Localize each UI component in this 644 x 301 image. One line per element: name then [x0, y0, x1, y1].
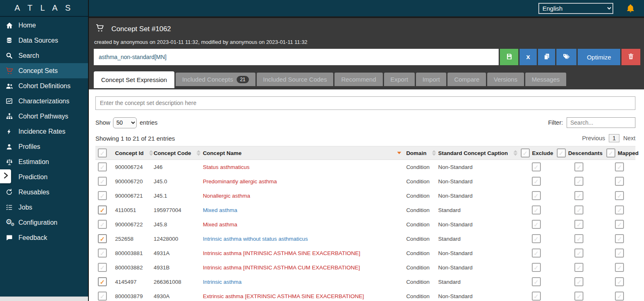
sidebar-item-feedback[interactable]: Feedback	[0, 230, 88, 245]
descendants-checkbox[interactable]: ✓	[574, 292, 583, 301]
mapped-checkbox[interactable]: ✓	[615, 292, 624, 301]
tab-versions[interactable]: Versions	[487, 73, 524, 86]
language-select[interactable]: English	[538, 3, 613, 14]
delete-button[interactable]	[621, 49, 640, 65]
row-select-checkbox[interactable]: ✓	[98, 277, 107, 286]
concept-name-link[interactable]: Intrinsic asthma without status asthmati…	[203, 236, 308, 242]
exclude-checkbox[interactable]: ✓	[532, 205, 541, 214]
sidebar-item-configuration[interactable]: ⚙⚙ Configuration	[0, 215, 88, 230]
concept-name-link[interactable]: Intrinsic asthma [INTRINSIC ASTHMA SINE …	[203, 250, 360, 256]
sidebar-item-data-sources[interactable]: Data Sources	[0, 33, 88, 48]
exclude-checkbox[interactable]: ✓	[532, 191, 541, 200]
sidebar-item-home[interactable]: Home	[0, 18, 88, 33]
sidebar-item-incidence-rates[interactable]: Incidence Rates	[0, 124, 88, 139]
mapped-checkbox[interactable]: ✓	[615, 277, 624, 286]
descendants-checkbox[interactable]: ✓	[574, 263, 583, 272]
descendants-checkbox[interactable]: ✓	[574, 249, 583, 258]
exclude-checkbox[interactable]: ✓	[532, 263, 541, 272]
mapped-checkbox[interactable]: ✓	[615, 220, 624, 229]
previous-page-button[interactable]: Previous	[582, 135, 605, 141]
tags-button[interactable]	[556, 49, 576, 65]
copy-button[interactable]	[538, 49, 555, 65]
descendants-checkbox[interactable]: ✓	[574, 220, 583, 229]
concept-name-link[interactable]: Status asthmaticus	[203, 164, 249, 170]
row-select-checkbox[interactable]: ✓	[98, 191, 107, 200]
exclude-all-checkbox[interactable]: ✓	[521, 148, 530, 157]
sidebar-item-profiles[interactable]: Profiles	[0, 139, 88, 154]
concept-name-link[interactable]: Nonallergic asthma	[203, 193, 250, 199]
description-input[interactable]	[95, 96, 635, 110]
save-button[interactable]	[500, 49, 518, 65]
optimize-button[interactable]: Optimize	[578, 49, 620, 65]
sidebar-bottom-scroll-strip[interactable]	[0, 296, 88, 301]
sidebar-item-prediction[interactable]: Prediction	[0, 169, 88, 185]
column-header-mapped[interactable]: ✓ Mapped	[604, 146, 635, 160]
sidebar-item-characterizations[interactable]: Characterizations	[0, 93, 88, 109]
sidebar-expand-handle[interactable]	[0, 169, 11, 183]
select-all-checkbox[interactable]: ✓	[98, 148, 107, 157]
next-page-button[interactable]: Next	[623, 135, 635, 141]
tab-export[interactable]: Export	[384, 73, 415, 86]
descendants-checkbox[interactable]: ✓	[574, 177, 583, 186]
mapped-checkbox[interactable]: ✓	[615, 234, 624, 243]
mapped-checkbox[interactable]: ✓	[615, 162, 624, 171]
mapped-checkbox[interactable]: ✓	[615, 263, 624, 272]
descendants-checkbox[interactable]: ✓	[574, 162, 583, 171]
column-header-concept-code[interactable]: Concept Code	[151, 146, 200, 160]
descendants-checkbox[interactable]: ✓	[574, 234, 583, 243]
row-select-checkbox[interactable]: ✓	[98, 263, 107, 272]
concept-name-link[interactable]: Mixed asthma	[203, 221, 237, 228]
exclude-checkbox[interactable]: ✓	[532, 249, 541, 258]
exclude-checkbox[interactable]: ✓	[532, 277, 541, 286]
tab-concept-set-expression[interactable]: Concept Set Expression	[94, 71, 174, 88]
column-header-descendants[interactable]: ✓ Descendants	[554, 146, 604, 160]
tab-recommend[interactable]: Recommend	[334, 73, 382, 86]
tab-messages[interactable]: Messages	[525, 73, 566, 86]
tab-compare[interactable]: Compare	[447, 73, 486, 86]
mapped-checkbox[interactable]: ✓	[615, 249, 624, 258]
exclude-checkbox[interactable]: ✓	[532, 162, 541, 171]
sidebar-item-reusables[interactable]: Reusables	[0, 185, 88, 200]
concept-name-link[interactable]: Extrinsic asthma [EXTRINSIC ASTHMA SINE …	[203, 293, 364, 299]
page-size-select[interactable]: 50	[113, 117, 137, 128]
concept-name-link[interactable]: Intrinsic asthma	[203, 279, 242, 285]
notifications-bell-icon[interactable]	[626, 4, 635, 13]
sidebar-item-search[interactable]: Search	[0, 48, 88, 63]
sidebar-item-concept-sets[interactable]: Concept Sets	[0, 63, 88, 78]
sidebar-item-cohort-pathways[interactable]: Cohort Pathways	[0, 109, 88, 124]
row-select-checkbox[interactable]: ✓	[98, 205, 107, 214]
concept-name-link[interactable]: Mixed asthma	[203, 207, 237, 213]
tab-included-source-codes[interactable]: Included Source Codes	[257, 73, 334, 86]
sidebar-item-cohort-definitions[interactable]: Cohort Definitions	[0, 78, 88, 93]
descendants-checkbox[interactable]: ✓	[574, 191, 583, 200]
mapped-checkbox[interactable]: ✓	[615, 205, 624, 214]
close-button[interactable]: x	[520, 49, 537, 65]
descendants-checkbox[interactable]: ✓	[574, 205, 583, 214]
descendants-all-checkbox[interactable]: ✓	[557, 148, 566, 157]
sidebar-item-jobs[interactable]: Jobs	[0, 200, 88, 215]
row-select-checkbox[interactable]: ✓	[98, 162, 107, 171]
tab-included-concepts[interactable]: Included Concepts 21	[176, 73, 255, 86]
filter-search-input[interactable]	[567, 117, 635, 128]
concept-name-link[interactable]: Intrinsic asthma [INTRINSIC ASTHMA CUM E…	[203, 265, 360, 271]
exclude-checkbox[interactable]: ✓	[532, 177, 541, 186]
column-header-standard-concept-caption[interactable]: Standard Concept Caption	[436, 146, 518, 160]
sidebar-item-estimation[interactable]: Estimation	[0, 154, 88, 169]
row-select-checkbox[interactable]: ✓	[98, 220, 107, 229]
descendants-checkbox[interactable]: ✓	[574, 277, 583, 286]
column-header-concept-name[interactable]: Concept Name	[200, 146, 404, 160]
page-number-button[interactable]: 1	[609, 134, 619, 142]
exclude-checkbox[interactable]: ✓	[532, 292, 541, 301]
exclude-checkbox[interactable]: ✓	[532, 220, 541, 229]
exclude-checkbox[interactable]: ✓	[532, 234, 541, 243]
tab-import[interactable]: Import	[416, 73, 447, 86]
concept-name-link[interactable]: Predominantly allergic asthma	[203, 178, 277, 185]
row-select-checkbox[interactable]: ✓	[98, 249, 107, 258]
concept-set-name-input[interactable]	[94, 49, 499, 65]
column-header-domain[interactable]: Domain	[404, 146, 436, 160]
row-select-checkbox[interactable]: ✓	[98, 292, 107, 301]
mapped-all-checkbox[interactable]: ✓	[606, 148, 615, 157]
column-header-exclude[interactable]: ✓ Exclude	[518, 146, 554, 160]
column-header-concept-id[interactable]: Concept Id	[113, 146, 151, 160]
mapped-checkbox[interactable]: ✓	[615, 177, 624, 186]
